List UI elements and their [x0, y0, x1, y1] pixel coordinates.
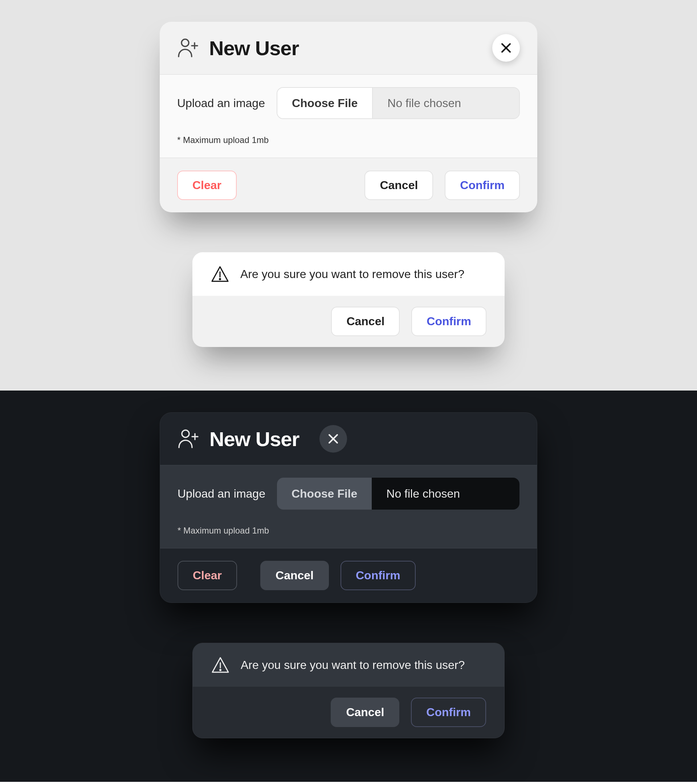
dialog-actions: Cancel Confirm — [193, 296, 504, 347]
choose-file-button[interactable]: Choose File — [277, 88, 373, 118]
dialog-actions: Cancel Confirm — [193, 687, 504, 738]
file-name-placeholder: No file chosen — [372, 478, 519, 510]
modal-header: New User — [160, 413, 537, 465]
user-plus-icon — [177, 38, 199, 58]
dialog-body: Are you sure you want to remove this use… — [193, 252, 504, 296]
user-plus-icon — [178, 429, 199, 449]
svg-point-6 — [220, 279, 221, 280]
close-button[interactable] — [320, 425, 347, 453]
modal-title: New User — [209, 36, 299, 60]
modal-body: Upload an image Choose File No file chos… — [160, 74, 537, 158]
dialog-message: Are you sure you want to remove this use… — [241, 659, 465, 672]
close-icon — [328, 433, 339, 444]
file-name-placeholder: No file chosen — [373, 88, 519, 118]
dialog-message: Are you sure you want to remove this use… — [240, 267, 464, 281]
upload-hint: * Maximum upload 1mb — [177, 135, 520, 145]
svg-point-13 — [220, 670, 221, 671]
choose-file-button[interactable]: Choose File — [277, 478, 372, 510]
new-user-modal: New User Upload an image Choose File No … — [160, 412, 537, 603]
file-picker[interactable]: Choose File No file chosen — [277, 478, 519, 510]
modal-title: New User — [209, 427, 299, 451]
dialog-body: Are you sure you want to remove this use… — [193, 643, 504, 687]
new-user-modal: New User Upload an image Choose File No … — [160, 22, 537, 212]
upload-label: Upload an image — [177, 97, 265, 110]
warning-icon — [211, 265, 229, 283]
confirm-button[interactable]: Confirm — [445, 171, 520, 200]
file-picker[interactable]: Choose File No file chosen — [277, 87, 520, 119]
svg-point-0 — [181, 39, 189, 46]
modal-header: New User — [160, 22, 537, 74]
cancel-button[interactable]: Cancel — [260, 561, 329, 590]
svg-point-7 — [182, 430, 189, 437]
modal-footer: Clear Cancel Confirm — [160, 158, 537, 212]
confirm-button[interactable]: Confirm — [341, 561, 416, 590]
close-icon — [501, 43, 511, 53]
remove-user-dialog: Are you sure you want to remove this use… — [193, 252, 504, 347]
cancel-button[interactable]: Cancel — [364, 171, 433, 200]
remove-user-dialog: Are you sure you want to remove this use… — [193, 643, 504, 738]
cancel-button[interactable]: Cancel — [331, 698, 399, 727]
close-button[interactable] — [492, 34, 520, 62]
clear-button[interactable]: Clear — [177, 171, 237, 200]
cancel-button[interactable]: Cancel — [331, 307, 400, 336]
confirm-button[interactable]: Confirm — [411, 698, 486, 727]
dark-theme-panel: New User Upload an image Choose File No … — [0, 390, 697, 782]
upload-label: Upload an image — [178, 487, 265, 501]
modal-body: Upload an image Choose File No file chos… — [160, 465, 537, 548]
clear-button[interactable]: Clear — [178, 561, 237, 590]
warning-icon — [211, 656, 230, 674]
light-theme-panel: New User Upload an image Choose File No … — [0, 0, 697, 390]
modal-footer: Clear Cancel Confirm — [160, 548, 537, 603]
confirm-button[interactable]: Confirm — [411, 307, 486, 336]
upload-hint: * Maximum upload 1mb — [178, 525, 519, 536]
